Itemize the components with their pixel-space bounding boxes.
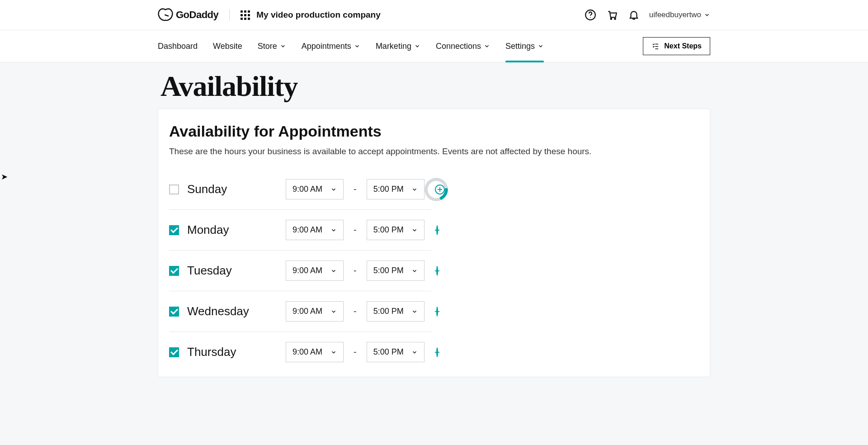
- chevron-down-icon: [354, 43, 360, 49]
- day-checkbox[interactable]: [169, 225, 179, 235]
- company-name[interactable]: My video production company: [256, 10, 380, 20]
- section-title: Availability for Appointments: [169, 123, 699, 140]
- end-time-select[interactable]: 5:00 PM: [367, 301, 425, 322]
- chevron-down-icon: [411, 268, 418, 274]
- day-row-thursday: Thursday9:00 AM-5:00 PM: [169, 332, 431, 372]
- day-checkbox[interactable]: [169, 185, 179, 194]
- chevron-down-icon: [538, 43, 544, 49]
- start-time-select[interactable]: 9:00 AM: [286, 179, 344, 199]
- start-time-select[interactable]: 9:00 AM: [286, 342, 344, 362]
- end-time-value: 5:00 PM: [373, 225, 404, 235]
- end-time-value: 5:00 PM: [373, 347, 404, 357]
- user-name: uifeedbuyertwo: [649, 10, 701, 19]
- nav-marketing[interactable]: Marketing: [376, 30, 420, 62]
- godaddy-logo[interactable]: GoDaddy: [158, 8, 218, 22]
- day-row-monday: Monday9:00 AM-5:00 PM: [169, 210, 431, 251]
- day-label: Thursday: [187, 345, 278, 359]
- chevron-down-icon: [330, 227, 337, 233]
- day-row-wednesday: Wednesday9:00 AM-5:00 PM: [169, 291, 431, 332]
- chevron-down-icon: [330, 268, 337, 274]
- start-time-value: 9:00 AM: [292, 347, 322, 357]
- chevron-down-icon: [411, 227, 418, 233]
- svg-point-1: [590, 17, 591, 18]
- nav-appointments[interactable]: Appointments: [302, 30, 360, 62]
- day-label: Monday: [187, 223, 278, 237]
- chevron-down-icon: [330, 308, 337, 315]
- chevron-down-icon: [484, 43, 490, 49]
- end-time-value: 5:00 PM: [373, 307, 404, 316]
- section-description: These are the hours your business is ava…: [169, 147, 699, 156]
- page-title: Availability: [158, 62, 710, 109]
- nav-label: Store: [258, 42, 277, 51]
- nav-label: Connections: [436, 42, 481, 51]
- start-time-value: 9:00 AM: [292, 185, 322, 194]
- add-time-range-button[interactable]: [436, 266, 438, 276]
- end-time-select[interactable]: 5:00 PM: [367, 179, 425, 199]
- chevron-down-icon: [330, 186, 337, 193]
- end-time-select[interactable]: 5:00 PM: [367, 342, 425, 362]
- chevron-down-icon: [411, 186, 418, 193]
- end-time-value: 5:00 PM: [373, 185, 404, 194]
- day-checkbox[interactable]: [169, 266, 179, 276]
- time-separator: -: [352, 265, 359, 276]
- bell-icon[interactable]: [627, 9, 640, 21]
- chevron-down-icon: [414, 43, 420, 49]
- nav-label: Settings: [505, 42, 535, 51]
- nav-label: Dashboard: [158, 42, 198, 51]
- start-time-value: 9:00 AM: [292, 307, 322, 316]
- start-time-value: 9:00 AM: [292, 225, 322, 235]
- next-steps-button[interactable]: Next Steps: [643, 37, 710, 55]
- chevron-down-icon: [330, 349, 337, 355]
- chevron-down-icon: [411, 349, 418, 355]
- day-checkbox[interactable]: [169, 307, 179, 317]
- checklist-icon: [651, 42, 660, 50]
- day-label: Wednesday: [187, 304, 278, 318]
- nav-dashboard[interactable]: Dashboard: [158, 30, 198, 62]
- nav-connections[interactable]: Connections: [436, 30, 490, 62]
- day-label: Tuesday: [187, 264, 278, 278]
- time-separator: -: [352, 225, 359, 235]
- nav-label: Appointments: [302, 42, 351, 51]
- day-label: Sunday: [187, 182, 278, 196]
- svg-point-3: [614, 18, 616, 19]
- cursor-icon: ➤: [1, 172, 8, 182]
- add-time-range-button[interactable]: [436, 347, 438, 357]
- svg-point-2: [610, 18, 612, 19]
- add-time-range-button[interactable]: [436, 225, 438, 235]
- brand-divider: [229, 9, 230, 21]
- cart-icon[interactable]: [606, 9, 618, 21]
- time-separator: -: [352, 306, 359, 317]
- nav-store[interactable]: Store: [258, 30, 286, 62]
- user-menu[interactable]: uifeedbuyertwo: [649, 10, 710, 19]
- chevron-down-icon: [280, 43, 286, 49]
- next-steps-label: Next Steps: [664, 42, 702, 50]
- start-time-select[interactable]: 9:00 AM: [286, 260, 344, 281]
- help-icon[interactable]: [584, 9, 597, 21]
- nav-settings[interactable]: Settings: [505, 30, 544, 62]
- end-time-select[interactable]: 5:00 PM: [367, 260, 425, 281]
- chevron-down-icon: [411, 308, 418, 315]
- availability-card: Availability for Appointments These are …: [158, 109, 710, 377]
- day-checkbox[interactable]: [169, 347, 179, 357]
- add-time-range-button[interactable]: [435, 185, 445, 194]
- apps-grid-icon[interactable]: [241, 10, 250, 20]
- start-time-select[interactable]: 9:00 AM: [286, 220, 344, 240]
- end-time-value: 5:00 PM: [373, 266, 404, 275]
- nav-label: Website: [213, 42, 242, 51]
- brand-text: GoDaddy: [176, 9, 218, 21]
- time-separator: -: [352, 347, 359, 357]
- add-time-range-button[interactable]: [436, 307, 438, 317]
- chevron-down-icon: [704, 12, 710, 18]
- start-time-value: 9:00 AM: [292, 266, 322, 275]
- start-time-select[interactable]: 9:00 AM: [286, 301, 344, 322]
- godaddy-mark-icon: [158, 8, 173, 22]
- nav-website[interactable]: Website: [213, 30, 242, 62]
- time-separator: -: [352, 184, 359, 194]
- nav-label: Marketing: [376, 42, 411, 51]
- day-row-sunday: Sunday9:00 AM-5:00 PM: [169, 169, 431, 210]
- day-row-tuesday: Tuesday9:00 AM-5:00 PM: [169, 251, 431, 291]
- end-time-select[interactable]: 5:00 PM: [367, 220, 425, 240]
